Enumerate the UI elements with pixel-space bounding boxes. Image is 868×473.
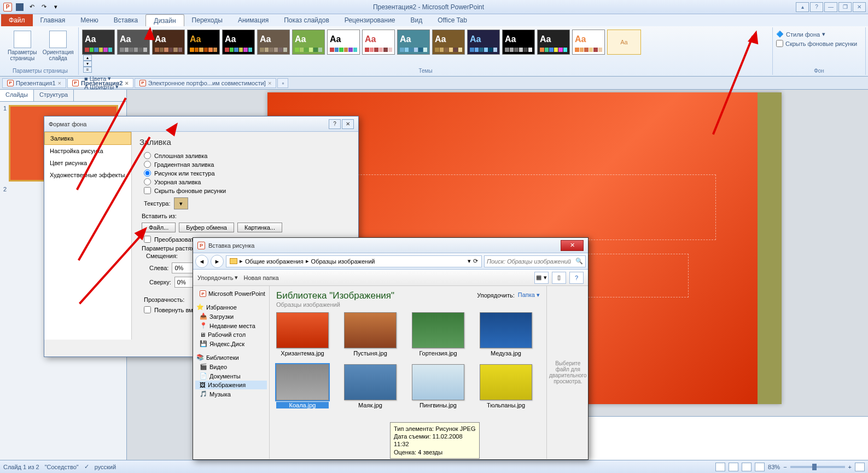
file-item[interactable]: Коала.jpg (276, 364, 329, 408)
clipboard-button[interactable]: Буфер обмена (179, 223, 234, 232)
close-icon[interactable]: × (125, 80, 128, 86)
view-mode-icon[interactable]: ▦ ▾ (534, 272, 549, 284)
close-icon[interactable]: × (268, 80, 271, 86)
ribbon-min-icon[interactable]: ▴ (796, 2, 809, 12)
gradient-fill-radio[interactable]: Градиентная заливка (144, 161, 351, 168)
theme-thumb[interactable]: Aa (327, 30, 360, 55)
tree-favorites[interactable]: ⭐ Избранное (195, 302, 267, 312)
tree-desktop[interactable]: 🖥 Рабочий стол (195, 330, 267, 339)
new-doc-tab[interactable]: ▫ (277, 78, 288, 88)
rotate-check[interactable] (144, 306, 151, 313)
file-item[interactable]: Тюльпаны.jpg (480, 364, 532, 408)
close-icon[interactable]: × (58, 80, 61, 86)
tab-menu[interactable]: Меню (73, 14, 106, 26)
tree-documents[interactable]: 📄 Документы (195, 371, 267, 381)
theme-thumb[interactable]: Aa (432, 30, 465, 55)
dialog-title-bar[interactable]: Формат фона ? ✕ (44, 116, 358, 132)
file-item[interactable]: Гортензия.jpg (412, 312, 464, 357)
help-icon[interactable]: ? (329, 119, 341, 129)
back-icon[interactable]: ◄ (195, 255, 208, 268)
tree-video[interactable]: 🎬 Видео (195, 362, 267, 371)
doc-tab[interactable]: PПрезентация1× (2, 78, 66, 88)
pattern-fill-radio[interactable]: Узорная заливка (144, 178, 351, 185)
zoom-label[interactable]: 83% (768, 464, 780, 470)
search-icon[interactable]: 🔍 (575, 258, 583, 265)
organize-button[interactable]: Упорядочить ▾ (197, 274, 238, 281)
minimize-icon[interactable]: — (824, 2, 837, 12)
doc-tab[interactable]: PЭлектронное портфо...им совместимости]× (135, 78, 277, 88)
theme-thumb[interactable]: Aa (187, 30, 220, 55)
tab-file[interactable]: Файл (1, 14, 33, 26)
file-item[interactable]: Маяк.jpg (344, 364, 397, 408)
theme-thumb[interactable]: Aa (397, 30, 430, 55)
zoom-in-icon[interactable]: + (848, 464, 852, 470)
tab-home[interactable]: Главная (33, 14, 73, 26)
normal-view-icon[interactable] (715, 463, 725, 471)
theme-thumb[interactable]: Aa (222, 30, 255, 55)
dialog-title-bar[interactable]: P Вставка рисунка ✕ (193, 238, 588, 253)
language[interactable]: русский (95, 464, 116, 470)
orientation-button[interactable]: Ориентация слайда (42, 28, 75, 61)
fit-view-icon[interactable] (855, 463, 865, 471)
nav-artistic-effects[interactable]: Художественные эффекты (44, 169, 131, 181)
undo-icon[interactable]: ↶ (26, 2, 37, 13)
theme-thumb[interactable]: Aa (537, 30, 570, 55)
tree-yandexdisk[interactable]: 💾 Яндекс.Диск (195, 339, 267, 348)
page-setup-button[interactable]: Параметры страницы (5, 28, 39, 61)
scroll-down-icon[interactable]: ▾ (83, 61, 92, 67)
colors-button[interactable]: ■ Цвета ▾ (84, 75, 120, 82)
tab-animations[interactable]: Анимация (230, 14, 276, 26)
help-icon[interactable]: ? (569, 272, 584, 284)
tree-recent[interactable]: 📍 Недавние места (195, 321, 267, 330)
nav-picture-color[interactable]: Цвет рисунка (44, 157, 131, 169)
texture-picker[interactable]: ▾ (174, 197, 188, 209)
scroll-up-icon[interactable]: ▴ (83, 55, 92, 61)
solid-fill-radio[interactable]: Сплошная заливка (144, 152, 351, 159)
sort-button[interactable]: Папка ▾ (518, 291, 540, 299)
nav-fill[interactable]: Заливка (44, 132, 131, 145)
refresh-icon[interactable]: ⟳ (473, 258, 478, 265)
maximize-icon[interactable]: ❐ (838, 2, 852, 12)
tree-downloads[interactable]: 📥 Загрузки (195, 312, 267, 321)
slides-tab[interactable]: Слайды (0, 90, 34, 101)
reading-view-icon[interactable] (742, 463, 752, 471)
title-placeholder[interactable] (333, 174, 716, 240)
outline-tab[interactable]: Структура (34, 90, 74, 101)
save-icon[interactable] (14, 2, 25, 13)
zoom-slider[interactable] (790, 466, 845, 468)
tree-music[interactable]: 🎵 Музыка (195, 389, 267, 399)
forward-icon[interactable]: ► (211, 255, 224, 268)
close-icon[interactable]: ✕ (561, 240, 584, 251)
theme-thumb[interactable]: Aa (362, 30, 395, 55)
zoom-out-icon[interactable]: − (783, 464, 787, 470)
tab-transitions[interactable]: Переходы (184, 14, 230, 26)
tab-view[interactable]: Вид (403, 14, 430, 26)
qat-more-icon[interactable]: ▾ (50, 2, 61, 13)
hide-bg-check[interactable]: Скрыть фоновые рисунки (144, 187, 351, 194)
redo-icon[interactable]: ↷ (38, 2, 49, 13)
theme-thumb[interactable]: Aa (257, 30, 290, 55)
tree-libraries[interactable]: 📚 Библиотеки (195, 353, 267, 362)
spellcheck-icon[interactable]: ✓ (84, 463, 89, 470)
file-item[interactable]: Пингвины.jpg (412, 364, 464, 408)
theme-thumb[interactable]: Aa (82, 30, 115, 55)
sorter-view-icon[interactable] (729, 463, 738, 471)
theme-thumb-selected[interactable]: Aa (607, 30, 641, 55)
clipart-button[interactable]: Картинка... (237, 223, 282, 232)
search-input[interactable] (487, 258, 575, 265)
tab-slideshow[interactable]: Показ слайдов (276, 14, 337, 26)
tree-images[interactable]: 🖼 Изображения (195, 381, 267, 389)
close-icon[interactable]: ✕ (853, 2, 866, 12)
file-item[interactable]: Медуза.jpg (480, 312, 532, 357)
theme-thumb[interactable]: Aa (467, 30, 500, 55)
close-icon[interactable]: ✕ (342, 119, 354, 129)
help-icon[interactable]: ? (810, 2, 823, 12)
theme-thumb[interactable]: Aa (572, 30, 605, 55)
slideshow-view-icon[interactable] (755, 463, 765, 471)
search-box[interactable]: 🔍 (484, 255, 586, 267)
tab-officetab[interactable]: Office Tab (430, 14, 475, 26)
nav-picture-corrections[interactable]: Настройка рисунка (44, 145, 131, 157)
tab-insert[interactable]: Вставка (106, 14, 146, 26)
file-item[interactable]: Хризантема.jpg (276, 312, 329, 357)
tree-powerpoint[interactable]: PMicrosoft PowerPoint (195, 289, 267, 298)
